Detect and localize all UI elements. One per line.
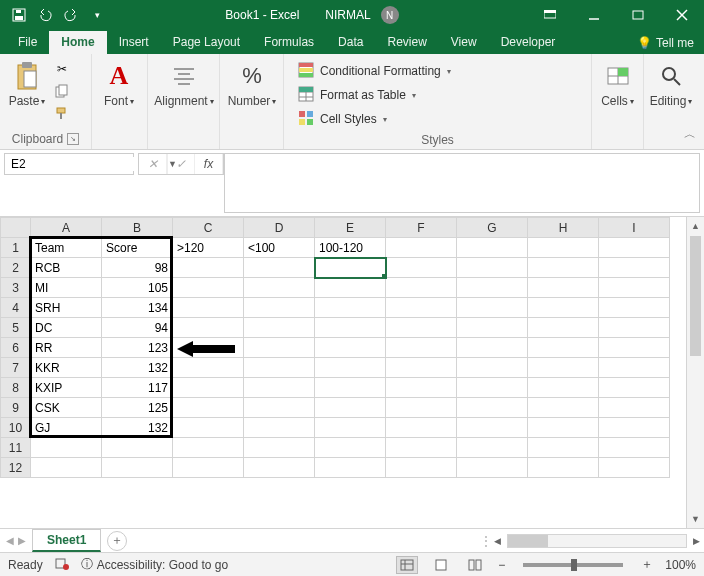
- cell-B5[interactable]: 94: [102, 318, 173, 338]
- cell-A6[interactable]: RR: [31, 338, 102, 358]
- cell-F2[interactable]: [386, 258, 457, 278]
- row-header-2[interactable]: 2: [1, 258, 31, 278]
- cell-I5[interactable]: [599, 318, 670, 338]
- cell-C3[interactable]: [173, 278, 244, 298]
- col-header-C[interactable]: C: [173, 218, 244, 238]
- cell-D7[interactable]: [244, 358, 315, 378]
- cell-D3[interactable]: [244, 278, 315, 298]
- cell-E6[interactable]: [315, 338, 386, 358]
- cell-F5[interactable]: [386, 318, 457, 338]
- cell-F9[interactable]: [386, 398, 457, 418]
- cell-styles-button[interactable]: Cell Styles▾: [294, 108, 391, 130]
- cell-I6[interactable]: [599, 338, 670, 358]
- select-all-corner[interactable]: [1, 218, 31, 238]
- cell-E10[interactable]: [315, 418, 386, 438]
- cell-I2[interactable]: [599, 258, 670, 278]
- page-layout-view-button[interactable]: [430, 556, 452, 574]
- collapse-ribbon-button[interactable]: ︿: [684, 126, 696, 143]
- vertical-scrollbar[interactable]: ▲ ▼: [686, 217, 704, 528]
- cell-F6[interactable]: [386, 338, 457, 358]
- cell-D8[interactable]: [244, 378, 315, 398]
- row-header-12[interactable]: 12: [1, 458, 31, 478]
- cell-C12[interactable]: [173, 458, 244, 478]
- cell-G6[interactable]: [457, 338, 528, 358]
- cell-H6[interactable]: [528, 338, 599, 358]
- cell-H11[interactable]: [528, 438, 599, 458]
- cell-C11[interactable]: [173, 438, 244, 458]
- insert-function-button[interactable]: fx: [195, 154, 223, 174]
- hscroll-thumb[interactable]: [508, 535, 548, 547]
- tell-me-search[interactable]: 💡 Tell me: [627, 36, 704, 54]
- qat-customize-button[interactable]: ▾: [86, 4, 108, 26]
- cells-group-button[interactable]: Cells▾: [598, 58, 637, 110]
- cell-G11[interactable]: [457, 438, 528, 458]
- ribbon-display-options-button[interactable]: [528, 0, 572, 30]
- cell-H7[interactable]: [528, 358, 599, 378]
- maximize-button[interactable]: [616, 0, 660, 30]
- cell-A7[interactable]: KKR: [31, 358, 102, 378]
- tab-formulas[interactable]: Formulas: [252, 31, 326, 54]
- cell-B4[interactable]: 134: [102, 298, 173, 318]
- cut-button[interactable]: ✂: [52, 60, 72, 78]
- col-header-E[interactable]: E: [315, 218, 386, 238]
- cell-C8[interactable]: [173, 378, 244, 398]
- cell-A4[interactable]: SRH: [31, 298, 102, 318]
- cell-C4[interactable]: [173, 298, 244, 318]
- cell-G10[interactable]: [457, 418, 528, 438]
- cell-B8[interactable]: 117: [102, 378, 173, 398]
- redo-qat-button[interactable]: [60, 4, 82, 26]
- cell-I10[interactable]: [599, 418, 670, 438]
- row-header-1[interactable]: 1: [1, 238, 31, 258]
- cell-F10[interactable]: [386, 418, 457, 438]
- cell-D4[interactable]: [244, 298, 315, 318]
- formula-bar[interactable]: [224, 153, 700, 213]
- cell-B10[interactable]: 132: [102, 418, 173, 438]
- tab-home[interactable]: Home: [49, 31, 106, 54]
- cell-I1[interactable]: [599, 238, 670, 258]
- tab-review[interactable]: Review: [375, 31, 438, 54]
- cell-D1[interactable]: <100: [244, 238, 315, 258]
- name-box[interactable]: ▼: [4, 153, 134, 175]
- cell-D6[interactable]: [244, 338, 315, 358]
- zoom-level[interactable]: 100%: [665, 558, 696, 572]
- cell-A3[interactable]: MI: [31, 278, 102, 298]
- cell-H9[interactable]: [528, 398, 599, 418]
- cell-A2[interactable]: RCB: [31, 258, 102, 278]
- tab-data[interactable]: Data: [326, 31, 375, 54]
- cell-G3[interactable]: [457, 278, 528, 298]
- cell-A5[interactable]: DC: [31, 318, 102, 338]
- cell-F11[interactable]: [386, 438, 457, 458]
- cell-E11[interactable]: [315, 438, 386, 458]
- cell-C6[interactable]: [173, 338, 244, 358]
- col-header-A[interactable]: A: [31, 218, 102, 238]
- cell-D11[interactable]: [244, 438, 315, 458]
- cell-F12[interactable]: [386, 458, 457, 478]
- scroll-up-button[interactable]: ▲: [687, 217, 704, 235]
- col-header-B[interactable]: B: [102, 218, 173, 238]
- font-group-button[interactable]: A Font▾: [98, 58, 140, 110]
- row-header-7[interactable]: 7: [1, 358, 31, 378]
- cell-B9[interactable]: 125: [102, 398, 173, 418]
- col-header-D[interactable]: D: [244, 218, 315, 238]
- col-header-H[interactable]: H: [528, 218, 599, 238]
- cell-F3[interactable]: [386, 278, 457, 298]
- undo-qat-button[interactable]: [34, 4, 56, 26]
- cell-H12[interactable]: [528, 458, 599, 478]
- cell-B2[interactable]: 98: [102, 258, 173, 278]
- cancel-formula-button[interactable]: ✕: [139, 154, 167, 174]
- zoom-slider[interactable]: [523, 563, 623, 567]
- cell-E12[interactable]: [315, 458, 386, 478]
- cell-H5[interactable]: [528, 318, 599, 338]
- cell-H2[interactable]: [528, 258, 599, 278]
- normal-view-button[interactable]: [396, 556, 418, 574]
- sheet-nav-prev[interactable]: ◀: [6, 535, 14, 546]
- cell-G5[interactable]: [457, 318, 528, 338]
- cell-D2[interactable]: [244, 258, 315, 278]
- sheet-nav-next[interactable]: ▶: [18, 535, 26, 546]
- cell-H3[interactable]: [528, 278, 599, 298]
- cell-E1[interactable]: 100-120: [315, 238, 386, 258]
- hscroll-right[interactable]: ▶: [693, 536, 700, 546]
- scroll-down-button[interactable]: ▼: [687, 510, 704, 528]
- cell-I9[interactable]: [599, 398, 670, 418]
- format-painter-button[interactable]: [52, 104, 72, 122]
